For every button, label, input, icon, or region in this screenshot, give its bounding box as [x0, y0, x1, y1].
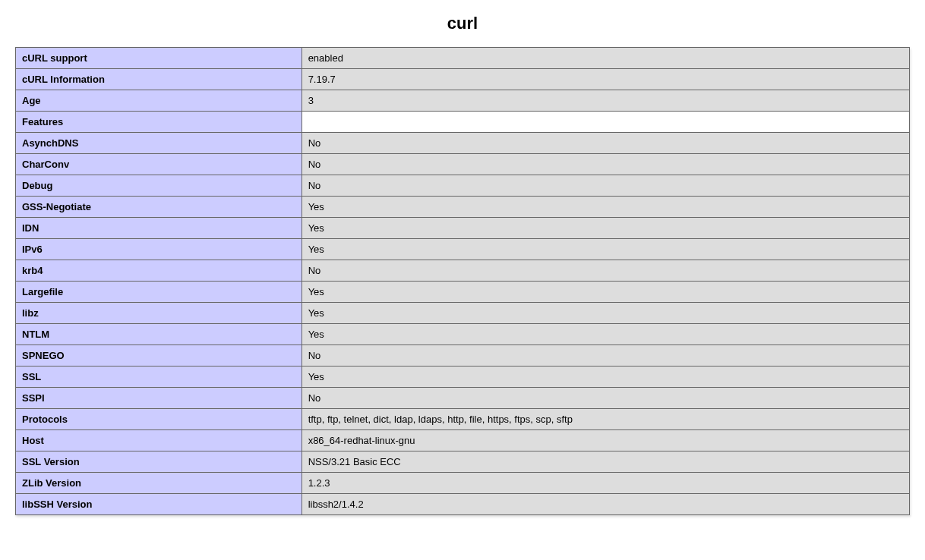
row-key: GSS-Negotiate: [16, 197, 302, 218]
row-value: Yes: [301, 218, 909, 239]
table-row: Protocolstftp, ftp, telnet, dict, ldap, …: [16, 409, 910, 430]
row-value: 1.2.3: [301, 473, 909, 494]
row-key: SSPI: [16, 388, 302, 409]
row-value: No: [301, 260, 909, 282]
info-table: cURL supportenabledcURL Information7.19.…: [15, 47, 910, 515]
row-value: Yes: [301, 367, 909, 388]
row-key: CharConv: [16, 154, 302, 175]
row-value: NSS/3.21 Basic ECC: [301, 451, 909, 473]
row-key: libz: [16, 303, 302, 324]
row-key: IDN: [16, 218, 302, 239]
table-row: cURL supportenabled: [16, 48, 910, 69]
table-row: IDNYes: [16, 218, 910, 239]
table-row: libzYes: [16, 303, 910, 324]
table-row: Hostx86_64-redhat-linux-gnu: [16, 430, 910, 451]
table-row: SPNEGONo: [16, 345, 910, 367]
row-value: Yes: [301, 282, 909, 303]
row-key: ZLib Version: [16, 473, 302, 494]
table-row: CharConvNo: [16, 154, 910, 175]
row-key: SSL: [16, 367, 302, 388]
table-row: DebugNo: [16, 175, 910, 197]
row-key: Protocols: [16, 409, 302, 430]
row-key: SSL Version: [16, 451, 302, 473]
row-value: Yes: [301, 239, 909, 260]
row-value: enabled: [301, 48, 909, 69]
row-value: x86_64-redhat-linux-gnu: [301, 430, 909, 451]
table-row: Features: [16, 112, 910, 133]
row-value: libssh2/1.4.2: [301, 494, 909, 515]
table-row: GSS-NegotiateYes: [16, 197, 910, 218]
row-key: SPNEGO: [16, 345, 302, 367]
row-value: No: [301, 154, 909, 175]
table-row: cURL Information7.19.7: [16, 69, 910, 90]
row-key: IPv6: [16, 239, 302, 260]
table-row: Age3: [16, 90, 910, 112]
table-row: SSPINo: [16, 388, 910, 409]
table-row: SSLYes: [16, 367, 910, 388]
row-value: No: [301, 175, 909, 197]
row-key: cURL support: [16, 48, 302, 69]
table-row: krb4No: [16, 260, 910, 282]
row-value: No: [301, 388, 909, 409]
row-value: No: [301, 133, 909, 154]
row-key: Host: [16, 430, 302, 451]
row-key: AsynchDNS: [16, 133, 302, 154]
row-value: No: [301, 345, 909, 367]
row-value: tftp, ftp, telnet, dict, ldap, ldaps, ht…: [301, 409, 909, 430]
row-key: krb4: [16, 260, 302, 282]
table-row: IPv6Yes: [16, 239, 910, 260]
row-value: 7.19.7: [301, 69, 909, 90]
table-row: LargefileYes: [16, 282, 910, 303]
module-title: curl: [15, 14, 910, 33]
row-value: 3: [301, 90, 909, 112]
row-value: Yes: [301, 197, 909, 218]
row-key: Debug: [16, 175, 302, 197]
row-key: Largefile: [16, 282, 302, 303]
table-row: libSSH Versionlibssh2/1.4.2: [16, 494, 910, 515]
table-row: SSL VersionNSS/3.21 Basic ECC: [16, 451, 910, 473]
row-key: Age: [16, 90, 302, 112]
table-row: NTLMYes: [16, 324, 910, 345]
row-key: NTLM: [16, 324, 302, 345]
row-key: Features: [16, 112, 302, 133]
row-key: cURL Information: [16, 69, 302, 90]
table-row: AsynchDNSNo: [16, 133, 910, 154]
row-value: [301, 112, 909, 133]
table-row: ZLib Version1.2.3: [16, 473, 910, 494]
row-key: libSSH Version: [16, 494, 302, 515]
row-value: Yes: [301, 324, 909, 345]
row-value: Yes: [301, 303, 909, 324]
